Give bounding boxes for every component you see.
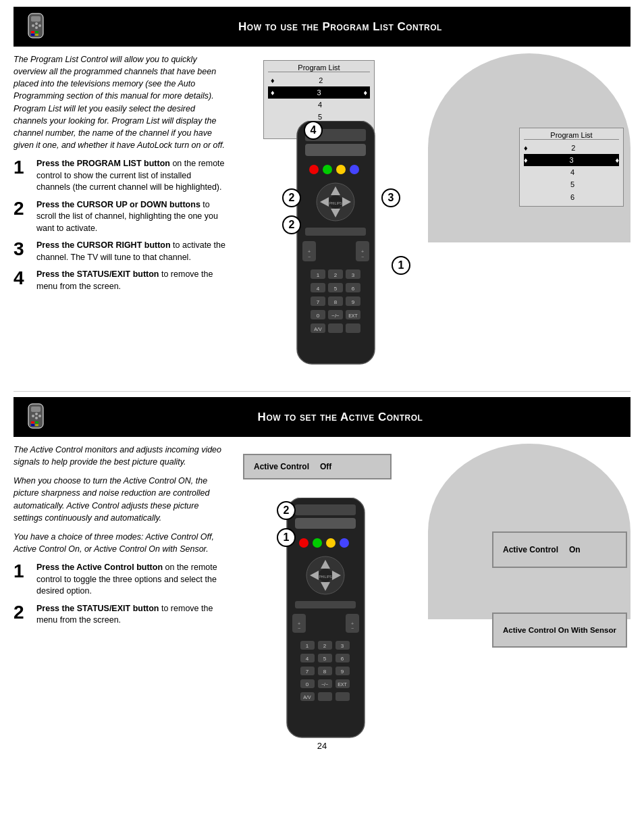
svg-rect-65 xyxy=(31,421,34,423)
svg-text:6: 6 xyxy=(352,286,355,292)
step-1: 1 Press the PROGRAM LIST button on the r… xyxy=(14,158,226,194)
section2-intro-1: The Active Control monitors and adjusts … xyxy=(14,444,226,468)
svg-text:−: − xyxy=(308,255,311,259)
svg-point-62 xyxy=(35,413,38,415)
svg-text:−/−: −/− xyxy=(331,313,340,319)
step-4: 4 Press the STATUS/EXIT button to remove… xyxy=(14,269,226,292)
svg-point-15 xyxy=(336,165,346,174)
section1: How to use the Program List Control The … xyxy=(14,7,630,377)
active-control-screen-off: Active Control Off xyxy=(243,454,392,479)
svg-point-3 xyxy=(35,22,38,25)
diagram-step-2b: 2 xyxy=(282,215,301,234)
svg-text:A/V: A/V xyxy=(303,695,311,700)
ac-on-label: Active Control xyxy=(503,545,558,554)
step-2-bold: Press the CURSOR UP or DOWN buttons xyxy=(36,200,200,209)
section1-content: The Program List Control will allow you … xyxy=(14,53,630,377)
svg-text:EXT: EXT xyxy=(348,313,358,318)
step-3-text: Press the CURSOR RIGHT button to activat… xyxy=(36,240,226,263)
svg-text:1: 1 xyxy=(317,272,320,278)
ac-step-2-bold: Press the STATUS/EXIT button xyxy=(36,604,159,613)
ac-step-2: 2 Press the STATUS/EXIT button to remove… xyxy=(14,603,226,627)
remote-icon-2 xyxy=(22,401,51,431)
step-1-bold: Press the PROGRAM LIST button xyxy=(36,159,170,168)
svg-text:3: 3 xyxy=(341,643,344,649)
svg-text:0: 0 xyxy=(317,313,320,319)
svg-text:4: 4 xyxy=(306,656,309,662)
ac-off-value: Off xyxy=(320,462,331,471)
svg-text:8: 8 xyxy=(334,299,338,305)
section1-left: The Program List Control will allow you … xyxy=(14,53,230,377)
ch-row-2-s1: ♦2 xyxy=(268,74,370,86)
ch-row-3-s2-active: ♦3♦ xyxy=(524,154,619,166)
section2-title: How to set the Active Control xyxy=(58,411,622,424)
svg-rect-71 xyxy=(295,518,356,529)
ac-step-2-text: Press the STATUS/EXIT button to remove t… xyxy=(36,603,226,627)
svg-rect-1 xyxy=(31,16,41,22)
svg-text:3: 3 xyxy=(352,272,355,278)
svg-point-61 xyxy=(32,415,34,417)
step-4-bold: Press the STATUS/EXIT button xyxy=(36,269,159,279)
svg-text:5: 5 xyxy=(334,286,338,292)
ch-row-5-s2: 5 xyxy=(524,178,619,190)
step-3-bold: Press the CURSOR RIGHT button xyxy=(36,240,171,250)
step-4-text: Press the STATUS/EXIT button to remove t… xyxy=(36,269,226,292)
svg-rect-7 xyxy=(35,31,38,33)
active-control-panel-sensor: Active Control On With Sensor xyxy=(492,613,627,648)
section2-left: The Active Control monitors and adjusts … xyxy=(14,444,230,727)
svg-text:−: − xyxy=(351,626,354,631)
step-1-number: 1 xyxy=(14,158,32,177)
svg-text:−: − xyxy=(361,255,364,259)
svg-text:5: 5 xyxy=(323,656,327,662)
page-container: How to use the Program List Control The … xyxy=(0,0,644,758)
svg-point-72 xyxy=(299,538,308,548)
screen2-title: Program List xyxy=(524,131,619,140)
section2-icon-area xyxy=(22,401,51,433)
svg-text:−: − xyxy=(298,626,300,631)
svg-rect-57 xyxy=(346,323,360,333)
ch-row-4-s1: 4 xyxy=(268,99,370,111)
step-1-text: Press the PROGRAM LIST button on the rem… xyxy=(36,158,226,194)
section1-header: How to use the Program List Control xyxy=(14,7,630,47)
svg-rect-56 xyxy=(328,323,343,333)
svg-text:+: + xyxy=(308,249,311,254)
step-2-text: Press the CURSOR UP or DOWN buttons to s… xyxy=(36,199,226,235)
svg-point-75 xyxy=(340,538,349,548)
svg-text:6: 6 xyxy=(341,656,344,662)
step-4-number: 4 xyxy=(14,269,32,288)
svg-point-13 xyxy=(309,165,319,174)
section1-icon-area xyxy=(22,11,51,43)
section2-content: The Active Control monitors and adjusts … xyxy=(14,444,630,727)
svg-rect-67 xyxy=(31,424,34,426)
svg-rect-24 xyxy=(305,228,366,236)
ac-step-1-bold: Press the Active Control button xyxy=(36,563,163,572)
active-control-panel-on: Active Control On xyxy=(492,531,627,568)
ch-row-4-s2: 4 xyxy=(524,166,619,178)
svg-text:PHILIPS: PHILIPS xyxy=(329,201,342,205)
svg-rect-68 xyxy=(35,424,38,426)
svg-rect-70 xyxy=(295,504,356,515)
program-list-screen-2: Program List ♦2 ♦3♦ 4 5 6 xyxy=(519,128,624,207)
svg-text:A/V: A/V xyxy=(314,327,322,332)
diagram-step-3: 3 xyxy=(381,188,400,207)
svg-point-4 xyxy=(38,24,41,27)
ch-row-2-s2: ♦2 xyxy=(524,142,619,154)
svg-rect-12 xyxy=(305,144,366,156)
remote-diagram-1: PHILIPS + + − − xyxy=(277,121,395,373)
screen1-title: Program List xyxy=(268,63,370,72)
svg-text:+: + xyxy=(298,621,300,626)
ch-row-6-s2: 6 xyxy=(524,191,619,203)
svg-text:−/−: −/− xyxy=(321,682,328,687)
svg-rect-115 xyxy=(318,692,332,701)
ac-step-2-number: 2 xyxy=(14,603,32,622)
svg-text:EXT: EXT xyxy=(338,682,347,687)
svg-point-64 xyxy=(35,417,38,419)
ac-step-1-text: Press the Active Control button on the r… xyxy=(36,562,226,598)
svg-text:+: + xyxy=(361,249,364,254)
ac-off-label: Active Control xyxy=(254,462,309,471)
svg-point-14 xyxy=(323,165,332,174)
section2-right: Active Control Off xyxy=(236,444,630,727)
svg-rect-60 xyxy=(31,407,41,412)
svg-text:0: 0 xyxy=(306,681,309,687)
svg-text:9: 9 xyxy=(341,669,344,675)
svg-text:4: 4 xyxy=(317,286,320,292)
